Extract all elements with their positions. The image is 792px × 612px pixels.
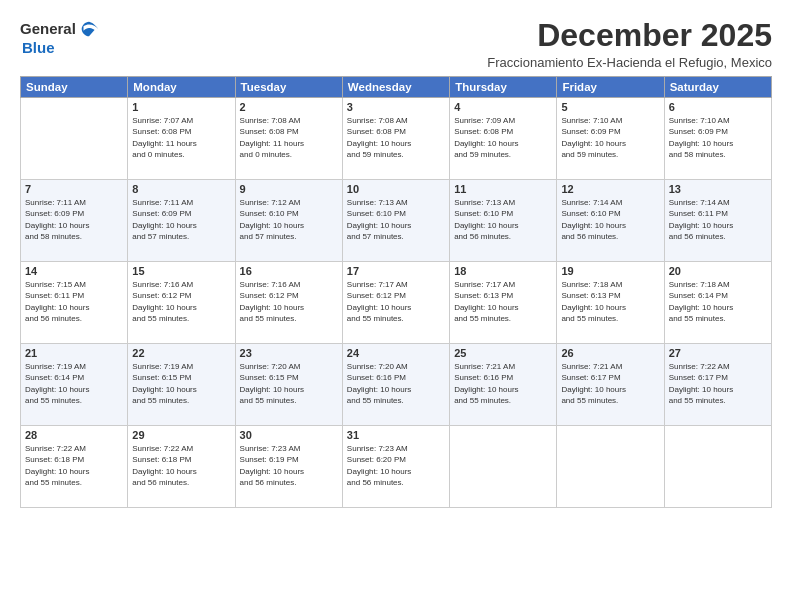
- calendar-cell: [450, 426, 557, 508]
- day-number: 10: [347, 183, 445, 195]
- cell-info-line: Daylight: 10 hours: [347, 303, 411, 312]
- cell-info-line: Sunset: 6:09 PM: [669, 127, 728, 136]
- cell-info-line: and 55 minutes.: [454, 396, 511, 405]
- calendar-cell: 28Sunrise: 7:22 AMSunset: 6:18 PMDayligh…: [21, 426, 128, 508]
- calendar-week-4: 21Sunrise: 7:19 AMSunset: 6:14 PMDayligh…: [21, 344, 772, 426]
- calendar-cell: 21Sunrise: 7:19 AMSunset: 6:14 PMDayligh…: [21, 344, 128, 426]
- cell-info-line: Sunset: 6:11 PM: [669, 209, 728, 218]
- cell-info-line: Sunrise: 7:12 AM: [240, 198, 301, 207]
- cell-info: Sunrise: 7:11 AMSunset: 6:09 PMDaylight:…: [132, 197, 230, 242]
- calendar-cell: 22Sunrise: 7:19 AMSunset: 6:15 PMDayligh…: [128, 344, 235, 426]
- cell-info-line: and 55 minutes.: [454, 314, 511, 323]
- cell-info-line: Sunrise: 7:20 AM: [347, 362, 408, 371]
- cell-info: Sunrise: 7:13 AMSunset: 6:10 PMDaylight:…: [454, 197, 552, 242]
- cell-info: Sunrise: 7:08 AMSunset: 6:08 PMDaylight:…: [347, 115, 445, 160]
- cell-info: Sunrise: 7:10 AMSunset: 6:09 PMDaylight:…: [669, 115, 767, 160]
- cell-info: Sunrise: 7:11 AMSunset: 6:09 PMDaylight:…: [25, 197, 123, 242]
- day-number: 19: [561, 265, 659, 277]
- day-number: 6: [669, 101, 767, 113]
- cell-info: Sunrise: 7:17 AMSunset: 6:13 PMDaylight:…: [454, 279, 552, 324]
- cell-info-line: Sunset: 6:16 PM: [454, 373, 513, 382]
- col-saturday: Saturday: [664, 77, 771, 98]
- calendar-cell: 8Sunrise: 7:11 AMSunset: 6:09 PMDaylight…: [128, 180, 235, 262]
- cell-info: Sunrise: 7:15 AMSunset: 6:11 PMDaylight:…: [25, 279, 123, 324]
- calendar-cell: 18Sunrise: 7:17 AMSunset: 6:13 PMDayligh…: [450, 262, 557, 344]
- calendar-cell: 16Sunrise: 7:16 AMSunset: 6:12 PMDayligh…: [235, 262, 342, 344]
- day-number: 21: [25, 347, 123, 359]
- cell-info-line: and 56 minutes.: [240, 478, 297, 487]
- calendar-cell: [21, 98, 128, 180]
- cell-info-line: Daylight: 10 hours: [454, 139, 518, 148]
- cell-info-line: Sunset: 6:12 PM: [132, 291, 191, 300]
- calendar-cell: 3Sunrise: 7:08 AMSunset: 6:08 PMDaylight…: [342, 98, 449, 180]
- calendar-cell: 6Sunrise: 7:10 AMSunset: 6:09 PMDaylight…: [664, 98, 771, 180]
- cell-info-line: Daylight: 10 hours: [25, 467, 89, 476]
- cell-info-line: and 56 minutes.: [25, 314, 82, 323]
- day-number: 7: [25, 183, 123, 195]
- cell-info-line: Daylight: 10 hours: [25, 303, 89, 312]
- cell-info-line: Sunset: 6:10 PM: [240, 209, 299, 218]
- cell-info-line: Sunset: 6:15 PM: [240, 373, 299, 382]
- cell-info-line: Daylight: 10 hours: [347, 467, 411, 476]
- logo-icon: [78, 18, 100, 40]
- cell-info-line: Sunrise: 7:11 AM: [132, 198, 193, 207]
- cell-info: Sunrise: 7:20 AMSunset: 6:16 PMDaylight:…: [347, 361, 445, 406]
- cell-info-line: and 55 minutes.: [669, 396, 726, 405]
- cell-info: Sunrise: 7:14 AMSunset: 6:10 PMDaylight:…: [561, 197, 659, 242]
- calendar-cell: 30Sunrise: 7:23 AMSunset: 6:19 PMDayligh…: [235, 426, 342, 508]
- cell-info: Sunrise: 7:22 AMSunset: 6:18 PMDaylight:…: [132, 443, 230, 488]
- day-number: 31: [347, 429, 445, 441]
- cell-info-line: and 55 minutes.: [132, 396, 189, 405]
- calendar-header-row: Sunday Monday Tuesday Wednesday Thursday…: [21, 77, 772, 98]
- day-number: 8: [132, 183, 230, 195]
- cell-info-line: Sunset: 6:13 PM: [561, 291, 620, 300]
- cell-info-line: Sunrise: 7:21 AM: [561, 362, 622, 371]
- day-number: 20: [669, 265, 767, 277]
- cell-info-line: and 0 minutes.: [240, 150, 292, 159]
- cell-info-line: Sunrise: 7:14 AM: [561, 198, 622, 207]
- calendar-cell: 14Sunrise: 7:15 AMSunset: 6:11 PMDayligh…: [21, 262, 128, 344]
- calendar-cell: 13Sunrise: 7:14 AMSunset: 6:11 PMDayligh…: [664, 180, 771, 262]
- subtitle: Fraccionamiento Ex-Hacienda el Refugio, …: [487, 55, 772, 70]
- calendar-cell: [664, 426, 771, 508]
- cell-info-line: Sunrise: 7:22 AM: [132, 444, 193, 453]
- calendar-week-5: 28Sunrise: 7:22 AMSunset: 6:18 PMDayligh…: [21, 426, 772, 508]
- calendar-cell: 4Sunrise: 7:09 AMSunset: 6:08 PMDaylight…: [450, 98, 557, 180]
- cell-info-line: Sunrise: 7:19 AM: [25, 362, 86, 371]
- cell-info: Sunrise: 7:20 AMSunset: 6:15 PMDaylight:…: [240, 361, 338, 406]
- day-number: 28: [25, 429, 123, 441]
- cell-info: Sunrise: 7:19 AMSunset: 6:15 PMDaylight:…: [132, 361, 230, 406]
- cell-info-line: and 55 minutes.: [240, 314, 297, 323]
- col-sunday: Sunday: [21, 77, 128, 98]
- day-number: 18: [454, 265, 552, 277]
- cell-info-line: Daylight: 10 hours: [240, 385, 304, 394]
- cell-info-line: and 59 minutes.: [347, 150, 404, 159]
- cell-info-line: Daylight: 10 hours: [669, 385, 733, 394]
- cell-info-line: Sunrise: 7:11 AM: [25, 198, 86, 207]
- cell-info-line: Daylight: 10 hours: [669, 221, 733, 230]
- cell-info-line: Sunset: 6:18 PM: [132, 455, 191, 464]
- cell-info: Sunrise: 7:10 AMSunset: 6:09 PMDaylight:…: [561, 115, 659, 160]
- calendar-cell: 2Sunrise: 7:08 AMSunset: 6:08 PMDaylight…: [235, 98, 342, 180]
- cell-info: Sunrise: 7:17 AMSunset: 6:12 PMDaylight:…: [347, 279, 445, 324]
- day-number: 25: [454, 347, 552, 359]
- cell-info-line: Sunrise: 7:22 AM: [669, 362, 730, 371]
- calendar-cell: 11Sunrise: 7:13 AMSunset: 6:10 PMDayligh…: [450, 180, 557, 262]
- cell-info-line: Sunrise: 7:17 AM: [347, 280, 408, 289]
- cell-info: Sunrise: 7:21 AMSunset: 6:16 PMDaylight:…: [454, 361, 552, 406]
- col-monday: Monday: [128, 77, 235, 98]
- cell-info-line: Daylight: 10 hours: [561, 303, 625, 312]
- calendar-cell: [557, 426, 664, 508]
- calendar-week-1: 1Sunrise: 7:07 AMSunset: 6:08 PMDaylight…: [21, 98, 772, 180]
- cell-info-line: Sunset: 6:19 PM: [240, 455, 299, 464]
- day-number: 30: [240, 429, 338, 441]
- cell-info-line: and 55 minutes.: [240, 396, 297, 405]
- cell-info-line: Sunrise: 7:23 AM: [347, 444, 408, 453]
- cell-info-line: Daylight: 10 hours: [132, 221, 196, 230]
- day-number: 24: [347, 347, 445, 359]
- calendar-cell: 1Sunrise: 7:07 AMSunset: 6:08 PMDaylight…: [128, 98, 235, 180]
- cell-info-line: Daylight: 10 hours: [347, 385, 411, 394]
- cell-info-line: and 56 minutes.: [669, 232, 726, 241]
- calendar-cell: 17Sunrise: 7:17 AMSunset: 6:12 PMDayligh…: [342, 262, 449, 344]
- cell-info-line: Sunset: 6:09 PM: [132, 209, 191, 218]
